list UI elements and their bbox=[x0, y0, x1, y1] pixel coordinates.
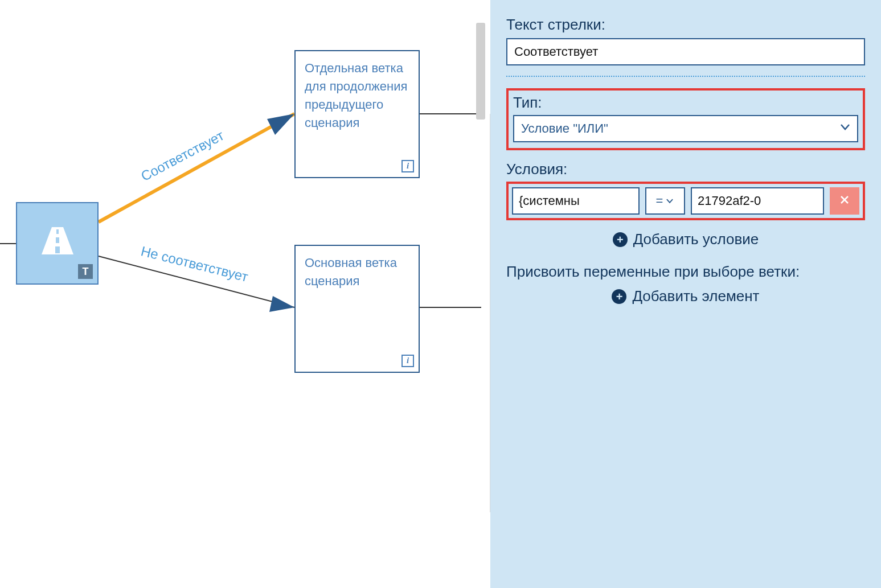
branch-box-bottom-text: Основная ветка сценария bbox=[305, 256, 397, 288]
delete-condition-button[interactable] bbox=[830, 187, 859, 215]
svg-marker-2 bbox=[267, 114, 294, 135]
diagram-canvas[interactable]: Соответствует Не соответствует T Отдельн… bbox=[0, 0, 490, 588]
svg-line-1 bbox=[99, 114, 294, 222]
plus-circle-icon: + bbox=[613, 232, 628, 247]
condition-row: = bbox=[512, 187, 859, 215]
add-element-button[interactable]: + Добавить элемент bbox=[506, 287, 865, 305]
info-icon[interactable]: i bbox=[401, 160, 414, 172]
type-label: Тип: bbox=[513, 94, 858, 112]
branch-box-bottom[interactable]: Основная ветка сценария i bbox=[294, 245, 420, 373]
section-separator bbox=[506, 76, 865, 77]
branch-box-top[interactable]: Отдельная ветка для продолжения предыдущ… bbox=[294, 50, 420, 178]
arrow-text-label: Текст стрелки: bbox=[506, 16, 865, 34]
add-element-label: Добавить элемент bbox=[632, 287, 759, 305]
condition-right-input[interactable] bbox=[691, 187, 824, 215]
info-icon[interactable]: i bbox=[401, 355, 414, 367]
chevron-down-icon bbox=[665, 196, 674, 205]
assign-vars-label: Присвоить переменные при выборе ветки: bbox=[506, 262, 865, 282]
conditions-label: Условия: bbox=[506, 161, 865, 178]
scrollbar-thumb[interactable] bbox=[476, 23, 485, 120]
condition-left-input[interactable] bbox=[512, 187, 640, 215]
type-select[interactable]: Условие "ИЛИ" bbox=[513, 115, 858, 142]
vertical-scrollbar[interactable] bbox=[473, 0, 490, 588]
plus-circle-icon: + bbox=[612, 289, 626, 304]
type-select-value: Условие "ИЛИ" bbox=[521, 121, 608, 136]
condition-operator-value: = bbox=[656, 194, 663, 208]
chevron-down-icon bbox=[839, 121, 851, 137]
start-node[interactable]: T bbox=[16, 202, 99, 285]
condition-operator-select[interactable]: = bbox=[645, 187, 685, 215]
edge-label-nomatch[interactable]: Не соответствует bbox=[139, 243, 249, 285]
svg-rect-8 bbox=[56, 229, 59, 234]
type-section-highlight: Тип: Условие "ИЛИ" bbox=[506, 88, 865, 150]
svg-marker-4 bbox=[269, 296, 294, 312]
arrow-text-input[interactable] bbox=[506, 38, 865, 65]
branch-box-top-text: Отдельная ветка для продолжения предыдущ… bbox=[305, 61, 407, 130]
svg-rect-10 bbox=[55, 246, 60, 253]
close-icon bbox=[839, 194, 850, 208]
road-icon bbox=[39, 225, 76, 259]
add-condition-label: Добавить условие bbox=[633, 231, 759, 248]
edge-label-match[interactable]: Соответствует bbox=[138, 128, 227, 184]
properties-panel: Текст стрелки: Тип: Условие "ИЛИ" Услови… bbox=[490, 0, 881, 588]
svg-rect-9 bbox=[56, 237, 59, 243]
add-condition-button[interactable]: + Добавить условие bbox=[506, 231, 865, 248]
condition-row-highlight: = bbox=[506, 182, 865, 220]
start-node-badge: T bbox=[78, 264, 93, 279]
